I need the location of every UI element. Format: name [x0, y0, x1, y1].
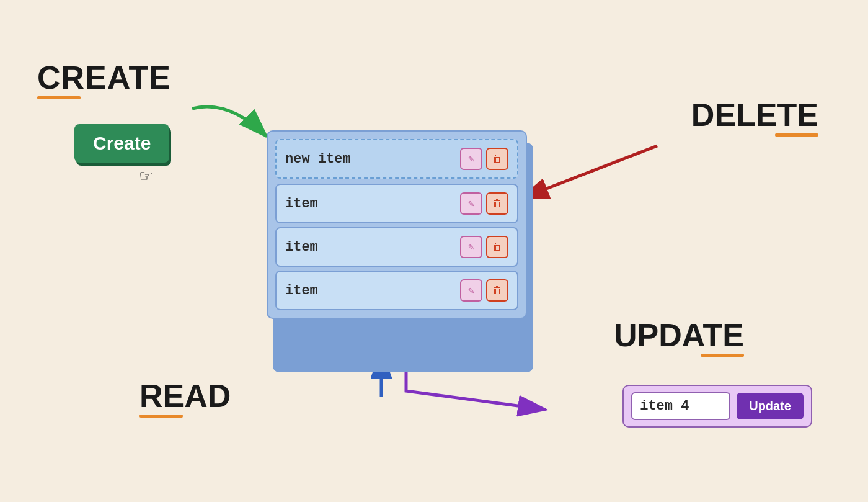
create-label-underline — [37, 96, 81, 99]
item-text-3: item — [285, 283, 456, 298]
update-label-underline — [701, 354, 744, 357]
update-label: UPDATE — [614, 316, 744, 354]
item-edit-button-3[interactable]: ✎ — [460, 279, 482, 302]
trash-icon-1: 🗑 — [492, 198, 502, 210]
list-item: item ✎ 🗑 — [275, 227, 518, 267]
edit-icon-2: ✎ — [468, 241, 474, 253]
edit-icon-3: ✎ — [468, 284, 474, 297]
edit-icon: ✎ — [468, 153, 474, 165]
trash-icon-2: 🗑 — [492, 241, 502, 253]
edit-icon-1: ✎ — [468, 197, 474, 210]
item-delete-button-2[interactable]: 🗑 — [486, 236, 508, 258]
new-item-delete-button[interactable]: 🗑 — [486, 148, 508, 170]
item-text-2: item — [285, 240, 456, 255]
trash-icon-3: 🗑 — [492, 285, 502, 297]
list-item: item ✎ 🗑 — [275, 184, 518, 223]
update-button[interactable]: Update — [737, 393, 804, 419]
read-label-underline — [140, 415, 183, 418]
item-edit-button-2[interactable]: ✎ — [460, 236, 482, 258]
cursor-icon: ☞ — [140, 164, 152, 189]
trash-icon: 🗑 — [492, 153, 502, 165]
create-label: CREATE — [37, 59, 171, 96]
delete-label-underline — [775, 133, 818, 137]
list-box: new item ✎ 🗑 item ✎ 🗑 item ✎ 🗑 — [267, 130, 527, 319]
new-item-edit-button[interactable]: ✎ — [460, 148, 482, 170]
item-delete-button-1[interactable]: 🗑 — [486, 192, 508, 215]
new-item-text: new item — [285, 151, 456, 167]
read-label: READ — [140, 377, 231, 415]
update-form: Update — [622, 385, 812, 428]
item-text-1: item — [285, 196, 456, 212]
delete-label: DELETE — [691, 96, 818, 133]
list-item: item ✎ 🗑 — [275, 271, 518, 310]
update-input[interactable] — [631, 392, 730, 420]
item-delete-button-3[interactable]: 🗑 — [486, 279, 508, 302]
create-button[interactable]: Create — [74, 124, 169, 163]
new-item-row: new item ✎ 🗑 — [275, 139, 518, 179]
item-edit-button-1[interactable]: ✎ — [460, 192, 482, 215]
